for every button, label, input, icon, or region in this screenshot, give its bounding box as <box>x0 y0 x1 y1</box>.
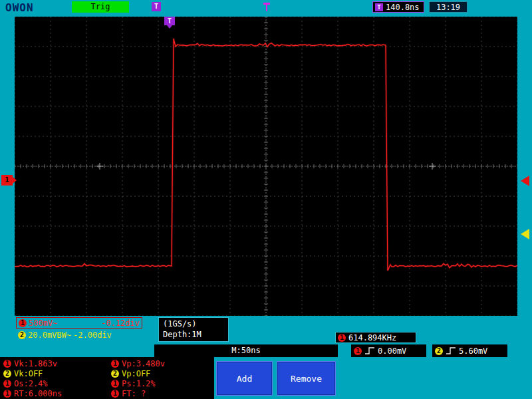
ch1-trigger-level-readout: 1 0.00mV <box>351 344 426 357</box>
measurement-vp-ch1: 1 Vp:3.480v <box>109 359 210 368</box>
ch1-zero-level-marker[interactable]: 1 <box>1 175 13 186</box>
ch1-badge: 1 <box>3 360 11 368</box>
rising-edge-icon <box>446 346 456 355</box>
measurement-rise-time: 1 RT:6.000ns <box>1 389 109 398</box>
ch2-trigger-level-readout: 2 5.60mV <box>432 344 507 357</box>
clock: 13:19 <box>429 1 467 13</box>
acquisition-info-box: (1GS/s) Depth:1M <box>158 317 229 342</box>
measurement-text: FT: ? <box>122 389 146 398</box>
ch1-info-box: 1 500mV~ -0.12div <box>16 317 142 329</box>
trigger-time-readout: T 140.8ns <box>372 1 424 13</box>
trigger-icon: T <box>375 3 383 11</box>
ch2-badge: 2 <box>111 370 119 378</box>
measurement-text: Ps:1.2% <box>122 379 156 388</box>
measurement-text: Vp:OFF <box>122 369 150 378</box>
ch1-scale: 500mV~ <box>29 319 57 328</box>
scope-display <box>15 17 517 316</box>
ch2-badge: 2 <box>18 331 26 339</box>
measurement-text: Os:2.4% <box>14 379 48 388</box>
measurement-text: Vk:1.863v <box>14 359 57 368</box>
measurement-vk-ch2: 2 Vk:OFF <box>1 369 109 378</box>
ch2-info-box: 2 20.0mVBW~-2.00div <box>16 330 142 340</box>
ch2-trigger-level-value: 5.60mV <box>459 346 487 356</box>
measurement-vp-ch2: 2 Vp:OFF <box>109 369 210 378</box>
ch1-badge: 1 <box>354 347 362 355</box>
screen-center-marker-icon <box>263 3 270 11</box>
ch1-trigger-level-value: 0.00mV <box>378 346 406 356</box>
measurement-preshoot: 1 Ps:1.2% <box>109 379 210 388</box>
remove-button[interactable]: Remove <box>277 361 336 396</box>
measurement-vk-ch1: 1 Vk:1.863v <box>1 359 109 368</box>
trigger-icon: T <box>152 2 161 11</box>
measurement-text: RT:6.000ns <box>14 389 62 398</box>
timebase-readout: M:50ns <box>154 344 338 357</box>
add-button[interactable]: Add <box>216 361 273 396</box>
rising-edge-icon <box>364 346 375 355</box>
ch2-badge: 2 <box>435 347 443 355</box>
frequency-counter: 1 614.894KHz <box>335 332 416 343</box>
freq-counter-badge: 1 <box>338 334 346 342</box>
ch1-badge: 1 <box>19 319 27 327</box>
ch1-badge: 1 <box>111 360 119 368</box>
ch2-trigger-level-arrow[interactable] <box>521 229 529 239</box>
ch1-badge: 1 <box>3 380 11 388</box>
memory-depth: Depth:1M <box>163 329 224 340</box>
oscilloscope-screen: OWON Trig T T 140.8ns 13:19 T 1 1 500mV~… <box>0 0 532 399</box>
measurement-fall-time: 1 FT: ? <box>109 389 210 398</box>
ch1-badge: 1 <box>111 380 119 388</box>
trigger-time-value: 140.8ns <box>386 3 420 12</box>
trigger-status-badge: Trig <box>72 1 129 13</box>
ch2-scale: 20.0mVBW~ <box>28 331 71 340</box>
measurement-text: Vp:3.480v <box>122 359 165 368</box>
ch2-offset: -2.00div <box>73 331 112 340</box>
measurement-text: Vk:OFF <box>14 369 43 378</box>
ch1-badge: 1 <box>3 390 11 398</box>
ch1-offset: -0.12div <box>101 319 140 328</box>
owon-logo: OWON <box>5 1 34 14</box>
freq-counter-value: 614.894KHz <box>348 333 396 342</box>
measurement-panel: 1 Vk:1.863v 1 Vp:3.480v 2 Vk:OFF 2 Vp:OF… <box>0 357 214 399</box>
ch2-badge: 2 <box>3 370 11 378</box>
ch1-trigger-level-arrow[interactable] <box>521 176 529 186</box>
waveform-plot <box>15 17 517 316</box>
sample-rate: (1GS/s) <box>163 319 224 329</box>
measurement-overshoot: 1 Os:2.4% <box>1 379 109 388</box>
ch1-badge: 1 <box>111 390 119 398</box>
trigger-position-marker[interactable]: T <box>164 17 175 25</box>
